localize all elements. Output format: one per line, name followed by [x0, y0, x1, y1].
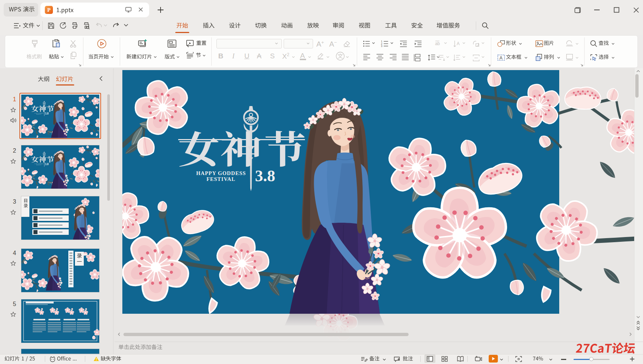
svg-text:ab: ab: [435, 41, 440, 46]
svg-text:A: A: [499, 55, 502, 61]
svg-text:A: A: [457, 41, 460, 46]
svg-text:3: 3: [381, 45, 382, 47]
